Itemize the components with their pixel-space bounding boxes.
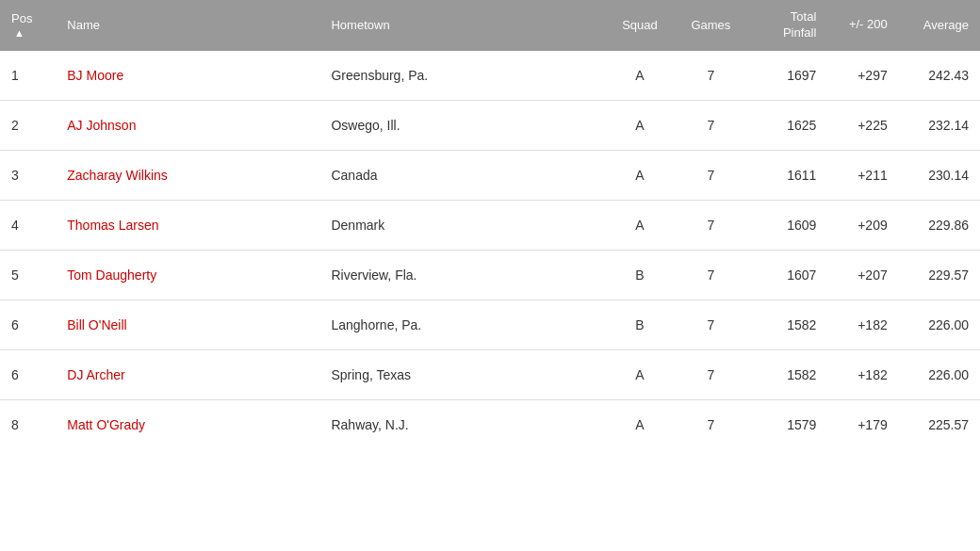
cell-name: BJ Moore	[56, 51, 319, 101]
cell-average: 232.14	[899, 100, 980, 150]
cell-plusminus: +182	[827, 349, 898, 399]
cell-games: 7	[676, 150, 746, 200]
cell-squad: A	[604, 399, 675, 449]
cell-plusminus: +211	[827, 150, 898, 200]
cell-pos: 3	[0, 150, 56, 200]
table-body: 1BJ MooreGreensburg, Pa.A71697+297242.43…	[0, 51, 980, 449]
cell-average: 226.00	[899, 300, 980, 349]
column-header-name: Name	[56, 0, 319, 51]
cell-plusminus: +207	[827, 250, 898, 300]
cell-name: Bill O'Neill	[56, 300, 319, 349]
table-header: Pos ▲ Name Hometown Squad Games Total Pi…	[0, 0, 980, 51]
table-row: 1BJ MooreGreensburg, Pa.A71697+297242.43	[0, 51, 980, 101]
cell-squad: A	[604, 200, 675, 250]
cell-average: 225.57	[899, 399, 980, 449]
cell-pos: 6	[0, 300, 56, 349]
cell-plusminus: +182	[827, 300, 898, 349]
cell-average: 230.14	[899, 150, 980, 200]
cell-games: 7	[676, 51, 746, 101]
table-row: 8Matt O'GradyRahway, N.J.A71579+179225.5…	[0, 399, 980, 449]
cell-pinfall: 1609	[746, 200, 827, 250]
cell-hometown: Canada	[319, 150, 604, 200]
cell-hometown: Langhorne, Pa.	[319, 300, 604, 349]
cell-name: Matt O'Grady	[56, 399, 319, 449]
cell-hometown: Rahway, N.J.	[319, 399, 604, 449]
cell-pinfall: 1697	[746, 51, 827, 101]
cell-hometown: Oswego, Ill.	[319, 100, 604, 150]
cell-plusminus: +209	[827, 200, 898, 250]
cell-hometown: Denmark	[319, 200, 604, 250]
cell-pos: 8	[0, 399, 56, 449]
table-row: 3Zacharay WilkinsCanadaA71611+211230.14	[0, 150, 980, 200]
cell-pinfall: 1582	[746, 300, 827, 349]
table-row: 4Thomas LarsenDenmarkA71609+209229.86	[0, 200, 980, 250]
cell-pinfall: 1579	[746, 399, 827, 449]
table-row: 5Tom DaughertyRiverview, Fla.B71607+2072…	[0, 250, 980, 300]
cell-pos: 5	[0, 250, 56, 300]
column-header-average: Average	[899, 0, 980, 51]
cell-pinfall: 1625	[746, 100, 827, 150]
cell-pinfall: 1607	[746, 250, 827, 300]
cell-games: 7	[676, 100, 746, 150]
cell-plusminus: +179	[827, 399, 898, 449]
cell-pos: 2	[0, 100, 56, 150]
cell-plusminus: +297	[827, 51, 898, 101]
column-header-games: Games	[676, 0, 746, 51]
column-header-pinfall: Total Pinfall	[746, 0, 827, 51]
cell-plusminus: +225	[827, 100, 898, 150]
table-row: 2AJ JohnsonOswego, Ill.A71625+225232.14	[0, 100, 980, 150]
cell-games: 7	[676, 300, 746, 349]
table-row: 6Bill O'NeillLanghorne, Pa.B71582+182226…	[0, 300, 980, 349]
cell-squad: A	[604, 100, 675, 150]
sort-arrow-icon: ▲	[14, 27, 24, 39]
column-header-plusminus: +/- 200	[827, 0, 898, 51]
cell-hometown: Riverview, Fla.	[319, 250, 604, 300]
table-row: 6DJ ArcherSpring, TexasA71582+182226.00	[0, 349, 980, 399]
cell-hometown: Greensburg, Pa.	[319, 51, 604, 101]
cell-squad: A	[604, 150, 675, 200]
cell-name: Thomas Larsen	[56, 200, 319, 250]
cell-squad: B	[604, 250, 675, 300]
column-header-pos[interactable]: Pos ▲	[0, 0, 56, 51]
cell-average: 229.86	[899, 200, 980, 250]
cell-hometown: Spring, Texas	[319, 349, 604, 399]
cell-games: 7	[676, 250, 746, 300]
cell-name: AJ Johnson	[56, 100, 319, 150]
cell-squad: A	[604, 349, 675, 399]
cell-squad: B	[604, 300, 675, 349]
cell-pos: 6	[0, 349, 56, 399]
standings-table: Pos ▲ Name Hometown Squad Games Total Pi…	[0, 0, 980, 449]
cell-pos: 1	[0, 51, 56, 101]
cell-average: 229.57	[899, 250, 980, 300]
cell-squad: A	[604, 51, 675, 101]
cell-name: DJ Archer	[56, 349, 319, 399]
cell-pinfall: 1611	[746, 150, 827, 200]
cell-average: 242.43	[899, 51, 980, 101]
column-header-squad: Squad	[604, 0, 675, 51]
cell-games: 7	[676, 399, 746, 449]
cell-average: 226.00	[899, 349, 980, 399]
cell-pos: 4	[0, 200, 56, 250]
cell-games: 7	[676, 200, 746, 250]
column-header-hometown: Hometown	[319, 0, 604, 51]
cell-name: Zacharay Wilkins	[56, 150, 319, 200]
cell-games: 7	[676, 349, 746, 399]
cell-pinfall: 1582	[746, 349, 827, 399]
cell-name: Tom Daugherty	[56, 250, 319, 300]
